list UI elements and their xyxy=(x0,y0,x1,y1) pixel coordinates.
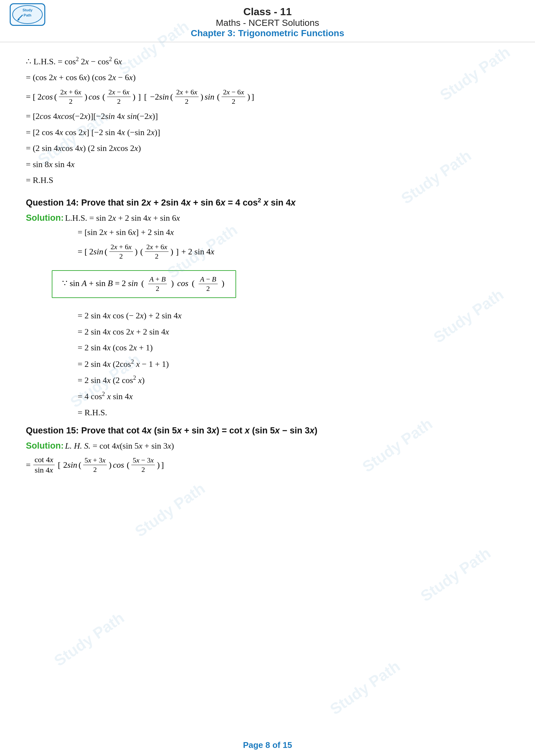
watermark-10: Study Path xyxy=(417,544,494,605)
q14-label: Question 14: xyxy=(26,198,79,207)
logo: Study Path xyxy=(10,3,52,29)
q15-solution-label: Solution: xyxy=(26,441,64,450)
watermark-11: Study Path xyxy=(51,608,127,670)
q14-step5: = 2 sin 4x (cos 2x + 1) xyxy=(26,341,509,355)
lhs-line2: = (cos 2x + cos 6x) (cos 2x − 6x) xyxy=(26,71,509,84)
lhs-line6: = (2 sin 4xcos 4x) (2 sin 2xcos 2x) xyxy=(26,142,509,155)
logo-svg: Study Path xyxy=(11,4,44,25)
header-class: Class - 11 xyxy=(3,6,532,18)
q14-step4: = 2 sin 4x cos 2x + 2 sin 4x xyxy=(26,325,509,339)
page: Study Path Class - 11 Maths - NCERT Solu… xyxy=(0,0,535,756)
q14-rhs: = R.H.S. xyxy=(26,406,509,419)
q14-step2: = [ 2sin ( 2x + 6x2 ) ( 2x + 6x2 ) ] + 2… xyxy=(78,242,509,261)
lhs-line4: = [2cos 4xcos(−2x)][−2sin 4x sin(−2x)] xyxy=(26,110,509,123)
header: Class - 11 Maths - NCERT Solutions Chapt… xyxy=(0,0,535,42)
q14-question: Question 14: Prove that sin 2x + 2sin 4x… xyxy=(26,197,509,208)
header-subject: Maths - NCERT Solutions xyxy=(3,18,532,28)
svg-text:Study: Study xyxy=(23,8,33,12)
q15-label: Question 15: xyxy=(26,426,79,435)
q14-solution-lhs: L.H.S. = sin 2x + 2 sin 4x + sin 6x xyxy=(65,213,180,223)
q14-step1: = [sin 2x + sin 6x] + 2 sin 4x xyxy=(26,226,509,239)
q14-step6: = 2 sin 4x (2cos2 x − 1 + 1) xyxy=(26,357,509,371)
lhs-line5: = [2 cos 4x cos 2x] [−2 sin 4x (−sin 2x)… xyxy=(26,126,509,139)
content-area: ∴ L.H.S. = cos2 2x − cos2 6x = (cos 2x +… xyxy=(0,42,535,499)
q15-step1: = cot 4xsin 4x [ 2sin ( 5x + 3x2 ) cos (… xyxy=(26,455,509,475)
q14-step8: = 4 cos2 x sin 4x xyxy=(26,390,509,403)
header-chapter: Chapter 3: Trigonometric Functions xyxy=(3,28,532,39)
page-number: Page 8 of 15 xyxy=(0,740,535,750)
lhs-line8: = R.H.S xyxy=(26,174,509,187)
lhs-line7: = sin 8x sin 4x xyxy=(26,158,509,171)
q15-solution-line: Solution: L. H. S. = cot 4x(sin 5x + sin… xyxy=(26,441,509,451)
page-number-text: Page 8 of 15 xyxy=(243,740,292,750)
formula-sin-text: ∵ sin A + sin B = 2 sin xyxy=(62,279,140,288)
lhs-line3: = [ 2cos ( 2x + 6x2 ) cos ( 2x − 6x2 ) ]… xyxy=(26,88,509,106)
q14-step3: = 2 sin 4x cos (− 2x) + 2 sin 4x xyxy=(26,309,509,323)
logo-circle: Study Path xyxy=(10,3,45,26)
svg-text:Path: Path xyxy=(24,13,31,17)
lhs-line1: ∴ L.H.S. = cos2 2x − cos2 6x xyxy=(26,55,509,68)
q14-solution-label: Solution: xyxy=(26,213,64,223)
watermark-12: Study Path xyxy=(327,657,403,718)
q15-question: Question 15: Prove that cot 4x (sin 5x +… xyxy=(26,426,509,436)
q14-solution-line: Solution: L.H.S. = sin 2x + 2 sin 4x + s… xyxy=(26,213,509,223)
q15-solution-lhs: L. H. S. = cot 4x(sin 5x + sin 3x) xyxy=(65,441,174,450)
q14-step7: = 2 sin 4x (2 cos2 x) xyxy=(26,373,509,387)
formula-box: ∵ sin A + sin B = 2 sin ( A + B2 ) cos (… xyxy=(52,270,236,298)
